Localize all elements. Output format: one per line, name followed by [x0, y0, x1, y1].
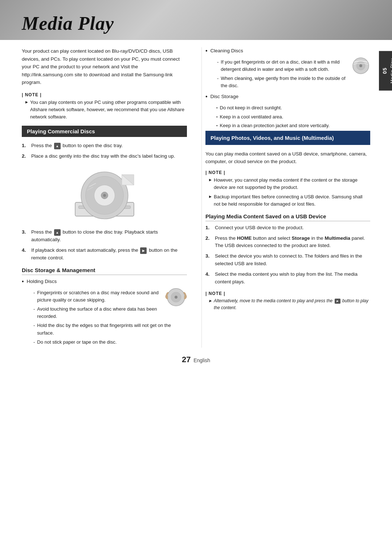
note-item-3: Alternatively, move to the media content…	[205, 298, 370, 311]
disc-storage-header: Disc Storage & Management	[22, 267, 187, 275]
holding-discs-label: Holding Discs	[27, 278, 57, 286]
holding-discs-item: Holding Discs	[22, 278, 187, 286]
usb-step-4: 4. Select the media content you wish to …	[205, 271, 370, 286]
step-2: 2. Place a disc gently into the disc tra…	[22, 153, 187, 160]
step-1: 1. Press the ▲ button to open the disc t…	[22, 142, 187, 150]
home-bold: HOME	[237, 235, 252, 241]
step-4: 4. If playback does not start automatica…	[22, 247, 187, 262]
storage-item-3: Keep in a clean protection jacket and st…	[216, 122, 370, 129]
storage-item-1: Do not keep in direct sunlight.	[216, 104, 370, 112]
step-num-3: 3.	[22, 229, 28, 244]
note-item-2a: However, you cannot play media content i…	[205, 177, 370, 191]
step-num-4: 4.	[22, 247, 28, 262]
usb-step-num-3: 3.	[205, 252, 212, 268]
cleaning-item-2: When cleaning, wipe gently from the insi…	[217, 75, 348, 89]
section-header-multimedia: Playing Photos, Videos, and Music (Multi…	[205, 131, 370, 145]
holding-discs-list: Holding Discs	[22, 278, 187, 286]
section-header-commercial-discs: Playing Commercial Discs	[22, 126, 187, 137]
storage-details: Do not keep in direct sunlight. Keep in …	[205, 104, 370, 129]
commercial-discs-steps: 1. Press the ▲ button to open the disc t…	[22, 142, 187, 160]
holding-item-2: Avoid touching the surface of a disc whe…	[33, 306, 162, 320]
cleaning-discs-label: Cleaning Discs	[211, 47, 243, 55]
play-icon: ▶	[140, 247, 147, 254]
eject-icon-1: ▲	[54, 143, 61, 149]
side-tab-label: Media Play	[390, 58, 392, 83]
step-text-3: Press the ▲ button to close the disc tra…	[31, 229, 187, 244]
usb-step-text-3: Select the device you wish to connect to…	[215, 252, 370, 268]
side-tab: 05 Media Play	[379, 51, 392, 90]
note-item-1: You can play contents on your PC using o…	[22, 99, 187, 121]
step-text-2: Place a disc gently into the disc tray w…	[31, 153, 175, 160]
holding-discs-section: Fingerprints or scratches on a disc may …	[22, 289, 187, 346]
page-language: English	[192, 357, 210, 363]
usb-step-3: 3. Select the device you wish to connect…	[205, 252, 370, 268]
note-block-2: | NOTE | However, you cannot play media …	[205, 170, 370, 208]
usb-step-2: 2. Press the HOME button and select Stor…	[205, 235, 370, 250]
usb-step-num-4: 4.	[205, 271, 212, 286]
usb-step-num-2: 2.	[205, 235, 212, 250]
disc-storage-list: Disc Storage	[205, 93, 370, 101]
multimedia-bold: Multimedia	[324, 235, 350, 241]
cleaning-section: If you get fingerprints or dirt on a dis…	[205, 58, 370, 90]
step-num-2: 2.	[22, 153, 28, 160]
usb-step-1: 1. Connect your USB device to the produc…	[205, 224, 370, 232]
usb-step-num-1: 1.	[205, 224, 212, 232]
disc-tray-illustration	[68, 165, 141, 223]
usb-step-text-1: Connect your USB device to the product.	[215, 224, 304, 232]
svg-point-13	[175, 296, 177, 299]
commercial-discs-steps-2: 3. Press the ▲ button to close the disc …	[22, 229, 187, 262]
cleaning-discs-item: Cleaning Discs	[205, 47, 370, 55]
play-icon-2: ▶	[335, 299, 340, 304]
page-number: 27	[182, 355, 191, 364]
svg-point-6	[103, 194, 106, 197]
multimedia-intro: You can play media content saved on a US…	[205, 150, 370, 166]
step-text-4: If playback does not start automatically…	[31, 247, 187, 262]
holding-item-3: Hold the disc by the edges so that finge…	[33, 322, 187, 336]
disc-storage-item: Disc Storage	[205, 93, 370, 101]
page-title: Media Play	[22, 13, 114, 34]
holding-item-4: Do not stick paper or tape on the disc.	[33, 339, 187, 346]
cleaning-dash-list: If you get fingerprints or dirt on a dis…	[211, 58, 370, 90]
cleaning-discs-list: Cleaning Discs	[205, 47, 370, 55]
note-item-2b: Backup important files before connecting…	[205, 193, 370, 208]
step-text-1: Press the ▲ button to open the disc tray…	[31, 142, 123, 150]
right-column: Cleaning Discs If you get fing	[201, 47, 370, 348]
intro-text: Your product can play content located on…	[22, 47, 187, 86]
usb-steps: 1. Connect your USB device to the produc…	[205, 224, 370, 286]
note-label-1: | NOTE |	[22, 92, 187, 97]
disc-hold-illustration	[165, 288, 187, 308]
eject-icon-2: ▲	[54, 229, 61, 236]
holding-dash-list: Fingerprints or scratches on a disc may …	[28, 289, 187, 346]
usb-device-header: Playing Media Content Saved on a USB Dev…	[205, 213, 370, 221]
disc-clean-svg	[351, 57, 370, 74]
storage-square-list: Do not keep in direct sunlight. Keep in …	[211, 104, 370, 129]
disc-hold-svg	[165, 288, 187, 307]
cleaning-item-1: If you get fingerprints or dirt on a dis…	[217, 58, 348, 73]
usb-step-text-4: Select the media content you wish to pla…	[215, 271, 370, 286]
holding-item-1: Fingerprints or scratches on a disc may …	[33, 289, 162, 304]
svg-point-16	[359, 64, 362, 67]
step-3: 3. Press the ▲ button to close the disc …	[22, 229, 187, 244]
note-italic-text: Alternatively, move to the media content…	[214, 298, 370, 311]
note-block-3: | NOTE | Alternatively, move to the medi…	[205, 291, 370, 311]
left-column: Your product can play content located on…	[22, 47, 191, 348]
note-label-3: | NOTE |	[205, 291, 370, 296]
storage-item-2: Keep in a cool ventilated area.	[216, 113, 370, 121]
page-footer: 27 English	[22, 348, 370, 375]
storage-bold: Storage	[292, 235, 310, 241]
main-content: Your product can play content located on…	[0, 40, 392, 390]
note-block-1: | NOTE | You can play contents on your P…	[22, 92, 187, 121]
step-num-1: 1.	[22, 142, 28, 150]
side-tab-number: 05	[382, 68, 388, 74]
usb-step-text-2: Press the HOME button and select Storage…	[215, 235, 370, 250]
title-area: Media Play	[0, 0, 392, 40]
disc-clean-illustration	[351, 57, 370, 76]
note-label-2: | NOTE |	[205, 170, 370, 175]
disc-tray-svg	[68, 166, 141, 223]
disc-storage-label: Disc Storage	[211, 93, 238, 101]
